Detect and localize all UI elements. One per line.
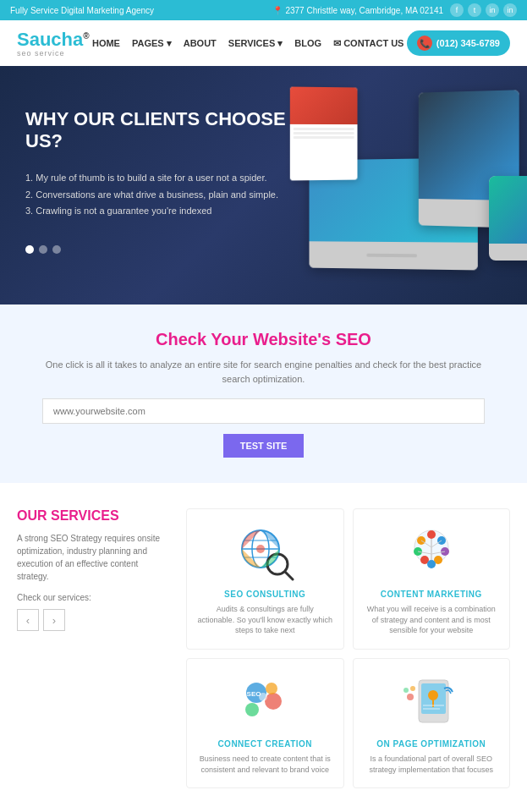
address-text: 📍 2377 Christtle way, Cambridge, MA 0214…	[272, 6, 443, 15]
svg-point-33	[407, 694, 414, 700]
svg-point-30	[428, 690, 438, 700]
hero-devices	[273, 74, 527, 294]
top-bar: Fully Service Digital Marketing Agency 📍…	[0, 0, 527, 20]
on-page-desc: Is a foundational part of overall SEO st…	[364, 754, 500, 775]
location-icon: 📍	[272, 6, 283, 15]
content-marketing-icon	[398, 522, 465, 581]
svg-point-27	[259, 693, 267, 701]
seo-check-section: Check Your Website's SEO One click is al…	[0, 304, 527, 483]
seo-consulting-title: SEO CONSULTING	[197, 590, 333, 599]
prev-button[interactable]: ‹	[17, 609, 39, 631]
services-heading: OUR SERVICES	[17, 508, 169, 524]
svg-point-34	[410, 686, 415, 691]
svg-point-16	[427, 560, 436, 568]
navbar: Saucha® seo service HOME PAGES ▾ ABOUT S…	[0, 20, 527, 66]
connect-creation-title: CONNECT CREATION	[197, 739, 333, 749]
nav-home[interactable]: HOME	[92, 38, 120, 48]
svg-point-9	[427, 530, 436, 539]
connect-creation-desc: Business need to create content that is …	[197, 754, 333, 775]
svg-point-35	[403, 688, 409, 693]
hero-list-item-1: My rule of thumb is to build a site for …	[25, 170, 296, 187]
on-page-title: ON PAGE OPTIMIZATION	[364, 739, 500, 749]
content-marketing-icon-container	[398, 522, 465, 581]
hero-content: WHY OUR CLIENTS CHOOSE US? My rule of th…	[25, 108, 296, 254]
check-services-label: Check our services:	[17, 593, 169, 602]
hero-list-item-2: Conversations are what drive a business,…	[25, 187, 296, 204]
nav-blog[interactable]: BLOG	[294, 38, 321, 48]
linkedin-icon[interactable]: in	[486, 3, 499, 17]
nav-about[interactable]: ABOUT	[184, 38, 217, 48]
instagram-icon[interactable]: in	[503, 3, 517, 17]
nav-pages[interactable]: PAGES ▾	[132, 38, 172, 49]
seo-check-description: One click is all it takes to analyze an …	[42, 358, 485, 386]
dot-1[interactable]	[25, 245, 34, 254]
service-card-connect-creation: SEO CONNECT CREATION Business need to cr…	[186, 658, 344, 788]
book-device	[290, 87, 358, 181]
services-layout: OUR SERVICES A strong SEO Strategy requi…	[17, 508, 510, 788]
svg-point-5	[256, 545, 265, 553]
seo-input-row	[42, 398, 485, 424]
phone-device	[489, 176, 527, 261]
seo-check-title: Check Your Website's SEO	[42, 330, 485, 349]
phone-number: (012) 345-6789	[436, 38, 500, 48]
seo-consulting-icon-container	[231, 522, 299, 581]
services-description: A strong SEO Strategy requires onsite op…	[17, 532, 169, 583]
svg-point-23	[265, 693, 282, 710]
facebook-icon[interactable]: f	[450, 3, 464, 17]
arrow-buttons: ‹ ›	[17, 609, 169, 631]
services-section: OUR SERVICES A strong SEO Strategy requi…	[0, 483, 527, 812]
hero-list: My rule of thumb is to build a site for …	[25, 170, 296, 220]
agency-label: Fully Service Digital Marketing Agency	[10, 6, 154, 15]
on-page-icon	[398, 672, 465, 731]
test-site-button[interactable]: TEST SITE	[223, 434, 305, 458]
logo-subtitle: seo service	[17, 49, 90, 58]
service-card-on-page: ON PAGE OPTIMIZATION Is a foundational p…	[353, 658, 511, 788]
service-card-seo-consulting: SEO CONSULTING Audits & consultings are …	[186, 508, 344, 650]
nav-services[interactable]: SERVICES ▾	[228, 38, 283, 49]
phone-icon: 📞	[417, 36, 432, 51]
top-bar-left: Fully Service Digital Marketing Agency	[10, 6, 154, 15]
services-left-panel: OUR SERVICES A strong SEO Strategy requi…	[17, 508, 169, 788]
services-grid: SEO CONSULTING Audits & consultings are …	[186, 508, 510, 788]
svg-text:SEO: SEO	[247, 690, 261, 698]
phone-button[interactable]: 📞 (012) 345-6789	[407, 30, 510, 56]
connect-creation-icon: SEO	[231, 672, 299, 731]
device-mockups	[282, 83, 527, 286]
connect-creation-icon-container: SEO	[231, 672, 299, 731]
seo-consulting-desc: Audits & consultings are fully actionabl…	[197, 604, 333, 636]
hero-title: WHY OUR CLIENTS CHOOSE US?	[25, 108, 296, 153]
content-marketing-desc: What you will receive is a combination o…	[364, 604, 500, 636]
content-marketing-title: CONTENT MARKETING	[364, 590, 500, 599]
hero-dots	[25, 245, 296, 254]
nav-contact[interactable]: ✉ CONTACT US	[333, 38, 403, 49]
next-button[interactable]: ›	[43, 609, 65, 631]
seo-url-input[interactable]	[42, 398, 485, 424]
logo: Saucha® seo service	[17, 29, 90, 58]
svg-line-7	[285, 572, 293, 579]
dot-3[interactable]	[52, 245, 61, 254]
nav-contact-btn: 📞 (012) 345-6789	[407, 30, 510, 56]
nav-links: HOME PAGES ▾ ABOUT SERVICES ▾ BLOG ✉ CON…	[92, 38, 404, 49]
twitter-icon[interactable]: t	[468, 3, 481, 17]
on-page-icon-container	[398, 672, 465, 731]
hero-section: WHY OUR CLIENTS CHOOSE US? My rule of th…	[0, 66, 527, 304]
dot-2[interactable]	[39, 245, 47, 254]
service-card-content-marketing: CONTENT MARKETING What you will receive …	[353, 508, 511, 650]
svg-point-25	[266, 683, 277, 694]
hero-list-item-3: Crawling is not a guarantee you're index…	[25, 203, 296, 220]
logo-name: Saucha®	[17, 29, 90, 51]
social-links: f t in in	[450, 3, 517, 17]
seo-globe-icon	[231, 522, 299, 581]
top-bar-right: 📍 2377 Christtle way, Cambridge, MA 0214…	[272, 3, 517, 17]
svg-point-24	[245, 703, 259, 716]
